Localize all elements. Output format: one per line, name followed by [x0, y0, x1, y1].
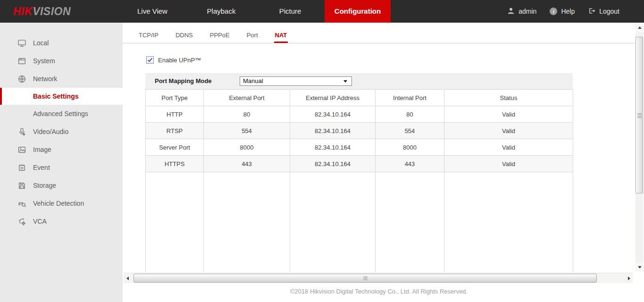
nav-configuration[interactable]: Configuration — [325, 0, 391, 23]
sidebar-item-local[interactable]: Local — [0, 34, 123, 52]
table-empty-row — [146, 172, 573, 272]
scroll-left-icon — [126, 277, 129, 280]
sidebar-item-label: Local — [33, 39, 49, 47]
horizontal-scrollbar-thumb[interactable] — [134, 274, 597, 283]
sidebar-item-label: Advanced Settings — [33, 110, 88, 117]
cell-external-port: 443 — [204, 156, 290, 172]
microphone-icon — [17, 127, 26, 136]
cell-external-ip: 82.34.10.164 — [290, 106, 376, 123]
sidebar-item-event[interactable]: Event — [0, 159, 123, 176]
logout-icon — [588, 7, 595, 16]
vehicle-search-icon — [17, 199, 26, 208]
content-area: TCP/IP DDNS PPPoE Port NAT Enable UPnP™ … — [123, 23, 635, 302]
scroll-down-icon — [638, 266, 642, 268]
scroll-up-button[interactable] — [636, 23, 644, 32]
cell-external-port: 554 — [204, 123, 290, 139]
sidebar-item-basic-settings[interactable]: Basic Settings — [0, 88, 123, 105]
nav-picture[interactable]: Picture — [256, 0, 325, 23]
vertical-scrollbar[interactable] — [636, 23, 644, 272]
scrollbar-grip-icon — [637, 113, 642, 118]
nav-live-view[interactable]: Live View — [118, 0, 187, 23]
top-right-cluster: admin i Help Logout — [507, 0, 619, 23]
logged-in-user: admin — [507, 7, 536, 16]
sidebar-item-vca[interactable]: VCA — [0, 212, 123, 230]
table-row: HTTPS 443 82.34.10.164 443 Valid — [146, 156, 573, 172]
scroll-right-icon — [628, 277, 630, 280]
cell-port-type: HTTP — [146, 106, 204, 123]
logout-button[interactable]: Logout — [588, 7, 619, 16]
cell-external-port: 80 — [204, 106, 290, 123]
calendar-icon — [17, 163, 26, 172]
cell-status: Valid — [444, 139, 573, 156]
sidebar-item-image[interactable]: Image — [0, 141, 123, 159]
chevron-down-icon — [343, 80, 347, 83]
logo-text-gray: VISION — [33, 5, 71, 17]
cell-internal-port: 8000 — [376, 139, 444, 156]
sidebar-item-network[interactable]: Network — [0, 70, 123, 88]
sidebar-item-label: Event — [33, 164, 50, 171]
horizontal-scrollbar[interactable] — [124, 273, 633, 283]
cell-internal-port: 443 — [376, 156, 444, 172]
column-header: Port Type — [146, 90, 204, 106]
tab-pppoe[interactable]: PPPoE — [209, 32, 231, 43]
sidebar-item-system[interactable]: System — [0, 52, 123, 70]
enable-upnp-checkbox[interactable] — [146, 56, 154, 64]
enable-upnp-label: Enable UPnP™ — [158, 57, 201, 64]
column-header: External Port — [204, 90, 290, 106]
floppy-disk-icon — [17, 181, 26, 190]
user-icon — [507, 7, 515, 16]
sidebar-item-label: Storage — [33, 182, 56, 189]
tab-port[interactable]: Port — [246, 32, 259, 43]
cell-external-port: 8000 — [204, 139, 290, 156]
copyright-footer: ©2018 Hikvision Digital Technology Co., … — [123, 288, 635, 295]
column-header: Status — [444, 90, 573, 106]
port-mapping-mode-select[interactable]: Manual — [240, 76, 352, 86]
scrollbar-grip-icon — [364, 276, 367, 280]
tab-nat[interactable]: NAT — [274, 32, 288, 43]
monitor-icon — [17, 38, 26, 48]
cell-external-ip: 82.34.10.164 — [290, 156, 376, 172]
cell-port-type: HTTPS — [146, 156, 204, 172]
scroll-left-button[interactable] — [124, 273, 131, 284]
sidebar: Local System Network Basic Settings Adva… — [0, 23, 123, 302]
cell-status: Valid — [444, 123, 573, 139]
globe-icon — [17, 74, 26, 84]
settings-tab-bar: TCP/IP DDNS PPPoE Port NAT — [123, 23, 635, 43]
scroll-up-icon — [638, 26, 642, 29]
cell-external-ip: 82.34.10.164 — [290, 139, 376, 156]
sidebar-item-vehicle-detection[interactable]: Vehicle Detection — [0, 194, 123, 212]
table-header-row: Port Type External Port External IP Addr… — [146, 90, 573, 106]
logout-label: Logout — [599, 8, 619, 15]
port-mapping-mode-value: Manual — [243, 77, 263, 84]
tab-tcpip[interactable]: TCP/IP — [138, 32, 159, 43]
column-header: Internal Port — [376, 90, 444, 106]
sidebar-item-storage[interactable]: Storage — [0, 176, 123, 194]
sidebar-item-label: VCA — [33, 218, 47, 225]
scroll-down-button[interactable] — [636, 262, 644, 272]
enable-upnp-row: Enable UPnP™ — [146, 54, 201, 66]
nav-playback[interactable]: Playback — [187, 0, 256, 23]
username-label: admin — [519, 8, 536, 15]
help-label: Help — [561, 8, 575, 15]
help-button[interactable]: i Help — [550, 8, 575, 15]
sidebar-item-advanced-settings[interactable]: Advanced Settings — [0, 105, 123, 123]
sidebar-item-label: System — [33, 57, 55, 65]
cell-port-type: Server Port — [146, 139, 204, 156]
tab-ddns[interactable]: DDNS — [175, 32, 194, 43]
cell-status: Valid — [444, 156, 573, 172]
port-mapping-table: Port Type External Port External IP Addr… — [145, 89, 573, 272]
sidebar-item-label: Vehicle Detection — [33, 200, 84, 207]
scroll-right-button[interactable] — [625, 273, 633, 284]
cell-internal-port: 554 — [376, 123, 444, 139]
window-icon — [17, 56, 26, 66]
sidebar-item-video-audio[interactable]: Video/Audio — [0, 123, 123, 141]
table-row: RTSP 554 82.34.10.164 554 Valid — [146, 123, 573, 139]
image-icon — [17, 145, 26, 154]
table-row: Server Port 8000 82.34.10.164 8000 Valid — [146, 139, 573, 156]
sidebar-item-label: Image — [33, 146, 51, 153]
vertical-scrollbar-thumb[interactable] — [636, 37, 643, 193]
table-row: HTTP 80 82.34.10.164 80 Valid — [146, 106, 573, 123]
vca-gear-icon — [17, 217, 26, 226]
hikvision-logo: HIKVISION — [13, 0, 71, 23]
sidebar-item-label: Video/Audio — [33, 128, 68, 135]
